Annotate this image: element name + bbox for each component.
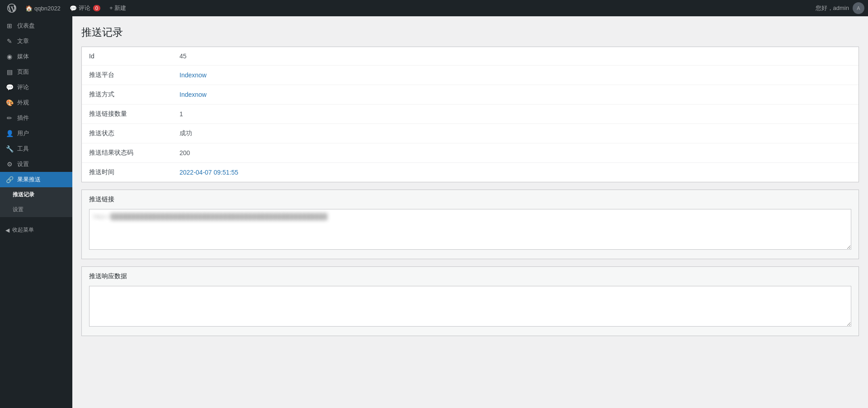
sidebar: ⊞ 仪表盘 ✎ 文章 ◉ 媒体 ▤ 页面 💬 评论 🎨 外观	[0, 16, 72, 408]
site-name-label: qqbn2022	[34, 5, 61, 12]
push-response-card: 推送响应数据	[81, 266, 859, 336]
plugins-icon: ✏	[5, 114, 14, 122]
media-icon: ◉	[5, 53, 14, 60]
comments-button[interactable]: 💬 评论 0	[66, 0, 104, 16]
dashboard-icon: ⊞	[5, 22, 14, 29]
sidebar-item-tools[interactable]: 🔧 工具	[0, 141, 72, 157]
greeting-text: 您好，admin	[816, 4, 849, 12]
sidebar-item-articles[interactable]: ✎ 文章	[0, 33, 72, 49]
table-row: 推送链接数量1	[82, 104, 859, 124]
info-card: Id45推送平台Indexnow推送方式Indexnow推送链接数量1推送状态成…	[81, 47, 859, 182]
users-icon: 👤	[5, 130, 14, 137]
sidebar-submenu-settings[interactable]: 设置	[0, 202, 72, 217]
page-title: 推送记录	[81, 25, 859, 39]
tools-icon: 🔧	[5, 145, 14, 152]
sidebar-item-appearance[interactable]: 🎨 外观	[0, 95, 72, 110]
field-value: Indexnow	[172, 85, 859, 104]
push-records-label: 推送记录	[13, 191, 34, 199]
push-link-card: 推送链接 https://███████████████████████████…	[81, 190, 859, 259]
content-area: 推送记录 Id45推送平台Indexnow推送方式Indexnow推送链接数量1…	[72, 16, 868, 408]
push-response-header: 推送响应数据	[82, 267, 859, 286]
field-label: 推送方式	[82, 85, 172, 104]
comments-label: 评论	[79, 4, 90, 12]
push-link-header: 推送链接	[82, 190, 859, 209]
new-label: + 新建	[109, 4, 126, 12]
field-value: Indexnow	[172, 66, 859, 85]
info-table: Id45推送平台Indexnow推送方式Indexnow推送链接数量1推送状态成…	[82, 47, 859, 182]
appearance-icon: 🎨	[5, 99, 14, 106]
table-row: Id45	[82, 47, 859, 66]
wp-logo-button[interactable]	[4, 0, 20, 16]
sidebar-item-media[interactable]: ◉ 媒体	[0, 49, 72, 64]
sidebar-item-fruit-push[interactable]: 🔗 果果推送	[0, 172, 72, 187]
collapse-icon: ◀	[5, 227, 9, 233]
fruit-push-icon: 🔗	[5, 176, 14, 183]
field-value: 2022-04-07 09:51:55	[172, 163, 859, 182]
table-row: 推送结果状态码200	[82, 143, 859, 163]
collapse-menu-button[interactable]: ◀ 收起菜单	[0, 223, 72, 237]
field-value: 45	[172, 47, 859, 66]
sidebar-item-settings[interactable]: ⚙ 设置	[0, 157, 72, 172]
home-icon: 🏠	[25, 5, 33, 12]
pages-icon: ▤	[5, 68, 14, 76]
field-label: 推送结果状态码	[82, 143, 172, 163]
push-response-textarea[interactable]	[89, 286, 851, 327]
adminbar-right: 您好，admin A	[816, 2, 864, 14]
sidebar-plugins-label: 插件	[17, 114, 29, 122]
articles-icon: ✎	[5, 38, 14, 45]
comments-icon: 💬	[5, 84, 14, 91]
sidebar-settings-label: 设置	[17, 160, 29, 168]
comment-icon: 💬	[70, 5, 77, 12]
table-row: 推送平台Indexnow	[82, 66, 859, 85]
sidebar-pages-label: 页面	[17, 68, 29, 76]
submenu-settings-label: 设置	[13, 206, 24, 213]
settings-icon: ⚙	[5, 161, 14, 168]
field-label: 推送链接数量	[82, 104, 172, 124]
sidebar-media-label: 媒体	[17, 52, 29, 61]
admin-bar: 🏠 qqbn2022 💬 评论 0 + 新建 您好，admin A	[0, 0, 868, 16]
field-label: Id	[82, 47, 172, 66]
field-label: 推送时间	[82, 163, 172, 182]
sidebar-item-plugins[interactable]: ✏ 插件	[0, 110, 72, 126]
field-label: 推送状态	[82, 124, 172, 143]
site-name-button[interactable]: 🏠 qqbn2022	[22, 0, 64, 16]
sidebar-submenu-push-records[interactable]: 推送记录	[0, 187, 72, 202]
sidebar-tools-label: 工具	[17, 145, 29, 153]
sidebar-users-label: 用户	[17, 129, 29, 138]
sidebar-fruit-push-label: 果果推送	[17, 176, 41, 184]
push-link-textarea[interactable]: https://████████████████████████████████…	[89, 209, 851, 250]
table-row: 推送方式Indexnow	[82, 85, 859, 104]
user-avatar[interactable]: A	[853, 2, 864, 14]
sidebar-item-dashboard[interactable]: ⊞ 仪表盘	[0, 18, 72, 33]
new-content-button[interactable]: + 新建	[106, 0, 130, 16]
field-value: 成功	[172, 124, 859, 143]
sidebar-item-pages[interactable]: ▤ 页面	[0, 64, 72, 80]
collapse-label: 收起菜单	[12, 226, 34, 234]
sidebar-item-comments[interactable]: 💬 评论	[0, 80, 72, 95]
comments-count-badge: 0	[93, 5, 100, 11]
sidebar-articles-label: 文章	[17, 37, 29, 45]
sidebar-comments-label: 评论	[17, 83, 29, 91]
sidebar-dashboard-label: 仪表盘	[17, 22, 35, 30]
fruit-push-submenu: 推送记录 设置	[0, 187, 72, 217]
field-value: 1	[172, 104, 859, 124]
sidebar-item-users[interactable]: 👤 用户	[0, 126, 72, 141]
table-row: 推送时间2022-04-07 09:51:55	[82, 163, 859, 182]
field-value: 200	[172, 143, 859, 163]
sidebar-appearance-label: 外观	[17, 99, 29, 107]
field-label: 推送平台	[82, 66, 172, 85]
table-row: 推送状态成功	[82, 124, 859, 143]
